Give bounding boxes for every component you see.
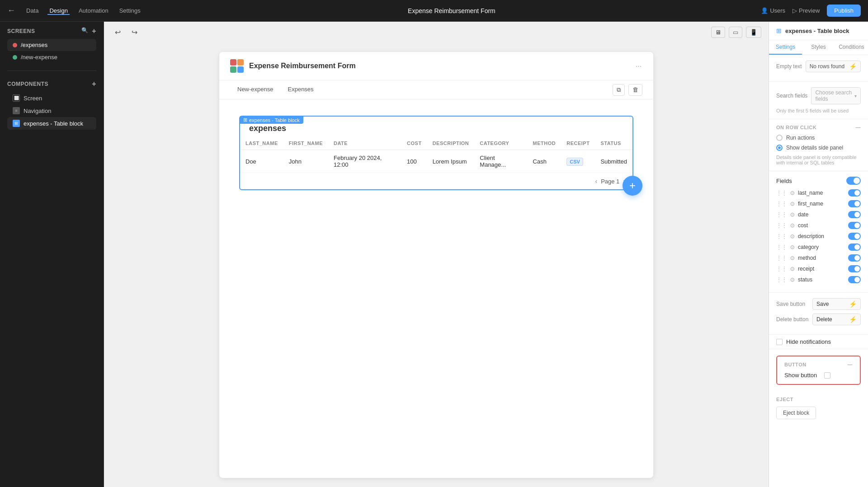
preview-button[interactable]: ▷ Preview bbox=[793, 7, 820, 14]
field-toggle-receipt[interactable] bbox=[848, 265, 861, 272]
tab-styles[interactable]: Styles bbox=[802, 40, 835, 55]
back-button[interactable]: ← bbox=[7, 6, 15, 15]
nav-settings[interactable]: Settings bbox=[118, 6, 142, 15]
search-icon[interactable]: 🔍 bbox=[81, 27, 89, 35]
field-name-category: category bbox=[798, 244, 845, 250]
field-gear-cost[interactable]: ⚙ bbox=[790, 222, 795, 229]
users-button[interactable]: 👤 Users bbox=[761, 7, 785, 14]
nav-design[interactable]: Design bbox=[47, 6, 69, 15]
mobile-view-button[interactable]: 📱 bbox=[746, 27, 761, 38]
sidebar-item-new-expense[interactable]: /new-expense bbox=[7, 51, 96, 63]
field-toggle-last-name[interactable] bbox=[848, 189, 861, 197]
field-gear-date[interactable]: ⚙ bbox=[790, 211, 795, 218]
radio-show-details[interactable]: Show details side panel bbox=[776, 145, 861, 151]
field-gear-status[interactable]: ⚙ bbox=[790, 276, 795, 283]
drag-handle[interactable]: ⋮⋮ bbox=[776, 276, 787, 283]
field-toggle-date[interactable] bbox=[848, 211, 861, 218]
copy-button[interactable]: ⧉ bbox=[613, 84, 625, 96]
screen-label-new-expense: /new-expense bbox=[21, 54, 57, 61]
field-gear-receipt[interactable]: ⚙ bbox=[790, 266, 795, 272]
nav-tab-expenses[interactable]: Expenses bbox=[281, 80, 321, 99]
tablet-view-button[interactable]: ▭ bbox=[729, 27, 742, 38]
eject-block-button[interactable]: Eject block bbox=[776, 407, 816, 419]
delete-button-input[interactable]: Delete ⚡ bbox=[812, 314, 861, 325]
radio-run-actions[interactable]: Run actions bbox=[776, 135, 861, 141]
collapse-icon[interactable]: — bbox=[856, 125, 861, 130]
col-category: CATEGORY bbox=[474, 137, 527, 150]
save-button-row: Save button Save ⚡ bbox=[776, 298, 861, 310]
app-header: Expense Reimbursement Form ⋯ bbox=[219, 52, 653, 80]
save-button-label: Save button bbox=[776, 301, 812, 307]
hide-notifications-checkbox[interactable] bbox=[776, 339, 783, 345]
undo-button[interactable]: ↩ bbox=[111, 26, 124, 38]
field-toggle-first-name[interactable] bbox=[848, 200, 861, 207]
nav-data[interactable]: Data bbox=[24, 6, 40, 15]
sidebar-item-screen[interactable]: ⬜ Screen bbox=[7, 92, 96, 104]
fab-add-button[interactable]: + bbox=[623, 176, 642, 196]
logo-sq-orange bbox=[237, 59, 244, 66]
save-delete-section: Save button Save ⚡ Delete button Delete … bbox=[769, 293, 868, 335]
drag-handle[interactable]: ⋮⋮ bbox=[776, 244, 787, 250]
drag-handle[interactable]: ⋮⋮ bbox=[776, 201, 787, 207]
table-block-icon: ⊞ bbox=[243, 117, 247, 123]
col-method: METHOD bbox=[528, 137, 561, 150]
prev-page-button[interactable]: ‹ bbox=[595, 178, 597, 185]
on-row-click-label: ON ROW CLICK bbox=[776, 125, 816, 130]
field-gear-category[interactable]: ⚙ bbox=[790, 244, 795, 251]
cell-category: Client Manage... bbox=[474, 150, 527, 173]
add-screen-icon[interactable]: + bbox=[92, 27, 96, 35]
nav-automation[interactable]: Automation bbox=[77, 6, 110, 15]
save-button-input[interactable]: Save ⚡ bbox=[812, 298, 861, 310]
button-section-collapse[interactable]: — bbox=[848, 362, 853, 367]
fields-toggle[interactable] bbox=[846, 177, 861, 185]
field-gear-method[interactable]: ⚙ bbox=[790, 255, 795, 262]
sidebar-item-table-block[interactable]: ⊞ expenses - Table block bbox=[7, 117, 96, 130]
drag-handle[interactable]: ⋮⋮ bbox=[776, 211, 787, 218]
nav-tab-new-expense[interactable]: New-expense bbox=[230, 80, 281, 99]
col-status: STATUS bbox=[595, 137, 632, 150]
topbar-nav: Data Design Automation Settings bbox=[24, 6, 142, 15]
field-toggle-description[interactable] bbox=[848, 233, 861, 240]
field-toggle-category[interactable] bbox=[848, 244, 861, 251]
publish-button[interactable]: Publish bbox=[827, 5, 861, 17]
search-fields-dropdown[interactable]: Choose search fields ▾ bbox=[811, 87, 861, 104]
sidebar-item-expenses[interactable]: /expenses bbox=[7, 39, 96, 51]
tab-settings[interactable]: Settings bbox=[769, 40, 802, 55]
field-toggle-method[interactable] bbox=[848, 254, 861, 262]
tab-conditions[interactable]: Conditions bbox=[835, 40, 868, 55]
col-description: DESCRIPTION bbox=[427, 137, 475, 150]
col-cost: COST bbox=[401, 137, 427, 150]
table-row[interactable]: Doe John February 20 2024, 12:00 100 Lor… bbox=[240, 150, 632, 173]
field-gear-description[interactable]: ⚙ bbox=[790, 233, 795, 240]
field-toggle-cost[interactable] bbox=[848, 222, 861, 229]
drag-handle[interactable]: ⋮⋮ bbox=[776, 266, 787, 272]
show-button-checkbox[interactable] bbox=[824, 372, 830, 379]
drag-handle[interactable]: ⋮⋮ bbox=[776, 233, 787, 239]
field-gear-last-name[interactable]: ⚙ bbox=[790, 190, 795, 197]
search-fields-section: Search fields Choose search fields ▾ Onl… bbox=[769, 82, 868, 119]
cell-last-name: Doe bbox=[240, 150, 283, 173]
eject-section-title: EJECT bbox=[776, 397, 861, 402]
details-panel-note: Details side panel is only compatible wi… bbox=[776, 155, 861, 165]
drag-handle[interactable]: ⋮⋮ bbox=[776, 190, 787, 196]
sidebar-item-navigation[interactable]: ≡ Navigation bbox=[7, 104, 96, 117]
field-toggle-status[interactable] bbox=[848, 276, 861, 283]
page-label: Page 1 bbox=[601, 178, 619, 185]
field-gear-first-name[interactable]: ⚙ bbox=[790, 201, 795, 207]
delete-button[interactable]: 🗑 bbox=[628, 84, 642, 96]
radio-run-actions-dot bbox=[776, 135, 783, 141]
desktop-view-button[interactable]: 🖥 bbox=[711, 27, 725, 38]
field-name-cost: cost bbox=[798, 222, 845, 229]
drag-handle[interactable]: ⋮⋮ bbox=[776, 255, 787, 261]
empty-text-input[interactable]: No rows found ⚡ bbox=[806, 61, 861, 72]
screen-label-expenses: /expenses bbox=[21, 42, 47, 48]
table-block-label: ⊞ expenses - Table block bbox=[240, 116, 303, 124]
comp-label-screen: Screen bbox=[24, 95, 42, 102]
fields-list: ⋮⋮ ⚙ last_name ⋮⋮ ⚙ first_name ⋮⋮ ⚙ date bbox=[776, 189, 861, 283]
redo-button[interactable]: ↪ bbox=[128, 26, 141, 38]
app-header-dots[interactable]: ⋯ bbox=[636, 63, 642, 70]
add-component-icon[interactable]: + bbox=[92, 80, 96, 88]
field-row-first-name: ⋮⋮ ⚙ first_name bbox=[776, 200, 861, 207]
right-panel-header: ⊞ expenses - Table block bbox=[769, 22, 868, 40]
drag-handle[interactable]: ⋮⋮ bbox=[776, 222, 787, 229]
